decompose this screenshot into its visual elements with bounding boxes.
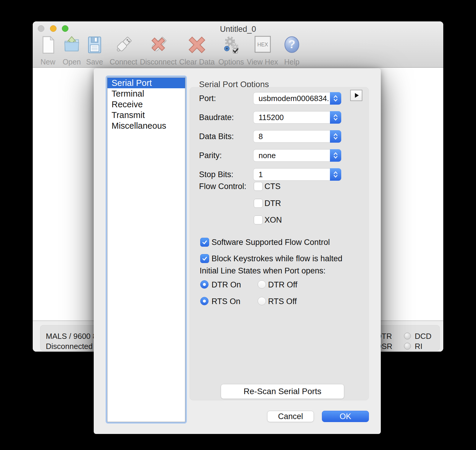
xon-checkbox-label[interactable]: XON — [264, 215, 282, 225]
options-dialog: Serial Port Terminal Receive Transmit Mi… — [94, 68, 381, 434]
toolbar-label: Connect — [109, 58, 137, 66]
rescan-serial-ports-button[interactable]: Re-Scan Serial Ports — [221, 384, 344, 399]
toolbar-button-disconnect[interactable]: Disconnect — [136, 35, 181, 66]
port-label: Port: — [199, 92, 216, 105]
stepper-arrows-icon — [330, 168, 341, 181]
status-label-dcd: DCD — [415, 332, 431, 340]
rts-on-radio-label[interactable]: RTS On — [212, 297, 240, 306]
status-label-ri: RI — [415, 342, 422, 350]
sidebar-item-receive[interactable]: Receive — [107, 99, 185, 110]
initial-line-states-label: Initial Line States when Port opens: — [200, 266, 325, 276]
status-port-settings: MALS / 9600 8- — [46, 332, 100, 340]
parity-label: Parity: — [199, 149, 222, 162]
screen-background: Untitled_0 New Open — [0, 0, 476, 450]
ok-button[interactable]: OK — [322, 411, 369, 422]
sidebar-item-serial-port[interactable]: Serial Port — [107, 78, 185, 88]
stop-bits-select[interactable]: 1 — [253, 168, 341, 181]
sidebar-item-terminal[interactable]: Terminal — [107, 88, 185, 99]
usb-disconnect-icon — [148, 35, 168, 56]
stepper-arrows-icon — [330, 92, 341, 105]
help-icon: ? — [282, 35, 302, 56]
serial-port-options-group: Port: usbmodem0006834... Baudrate: 11520… — [190, 87, 369, 400]
data-bits-value: 8 — [259, 130, 328, 142]
data-bits-label: Data Bits: — [199, 130, 234, 143]
cts-checkbox[interactable] — [254, 182, 263, 191]
dtr-off-radio[interactable] — [258, 280, 266, 289]
sidebar-item-transmit[interactable]: Transmit — [107, 110, 185, 120]
baudrate-value: 115200 — [259, 111, 328, 123]
sidebar-item-miscellaneous[interactable]: Miscellaneous — [107, 120, 185, 131]
parity-select[interactable]: none — [253, 149, 341, 162]
stepper-arrows-icon — [330, 130, 341, 143]
window-title: Untitled_0 — [33, 25, 443, 34]
usb-connect-icon — [114, 35, 133, 56]
rts-off-radio[interactable] — [258, 297, 266, 305]
cts-checkbox-label[interactable]: CTS — [264, 182, 281, 191]
software-flow-control-checkbox[interactable] — [200, 238, 209, 247]
dtr-off-radio-label[interactable]: DTR Off — [268, 280, 298, 289]
rts-off-radio-label[interactable]: RTS Off — [268, 297, 297, 306]
toolbar-button-help[interactable]: ? Help — [270, 35, 314, 66]
title-bar: Untitled_0 New Open — [33, 21, 443, 68]
baudrate-label: Baudrate: — [199, 111, 234, 124]
stepper-arrows-icon — [330, 149, 341, 162]
right-triangle-icon — [355, 93, 359, 98]
data-bits-select[interactable]: 8 — [253, 130, 341, 143]
cancel-button[interactable]: Cancel — [267, 411, 314, 422]
dtr-on-radio-label[interactable]: DTR On — [212, 280, 241, 289]
block-keystrokes-checkbox[interactable] — [200, 254, 209, 263]
dtr-on-radio[interactable] — [200, 280, 209, 289]
port-select[interactable]: usbmodem0006834... — [253, 92, 341, 105]
toolbar-label: Help — [284, 58, 299, 66]
ri-led-indicator — [404, 343, 411, 350]
flow-control-label: Flow Control: — [199, 182, 246, 191]
baudrate-select[interactable]: 115200 — [253, 111, 341, 124]
clear-data-icon — [187, 35, 207, 56]
toolbar-label: Disconnect — [140, 58, 177, 66]
port-disclosure-button[interactable] — [350, 90, 362, 101]
status-connection-state: Disconnected — [46, 342, 93, 350]
dcd-led-indicator — [404, 333, 411, 339]
options-category-list-inner: Serial Port Terminal Receive Transmit Mi… — [107, 77, 185, 422]
parity-value: none — [259, 150, 328, 161]
block-keystrokes-label[interactable]: Block Keystrokes while flow is halted — [212, 254, 342, 263]
hex-badge-text: HEX — [257, 42, 268, 48]
options-category-list: Serial Port Terminal Receive Transmit Mi… — [106, 75, 187, 424]
rts-on-radio[interactable] — [200, 297, 209, 305]
stop-bits-label: Stop Bits: — [199, 168, 234, 181]
software-flow-control-label[interactable]: Software Supported Flow Control — [212, 237, 330, 247]
stepper-arrows-icon — [330, 111, 341, 124]
xon-checkbox[interactable] — [254, 215, 263, 224]
toolbar-label: Save — [86, 58, 103, 66]
options-gears-icon — [221, 35, 241, 56]
dtr-checkbox-label[interactable]: DTR — [264, 199, 281, 208]
dtr-checkbox[interactable] — [254, 199, 263, 208]
help-glyph-text: ? — [288, 38, 295, 51]
port-value: usbmodem0006834... — [259, 92, 328, 104]
stop-bits-value: 1 — [259, 169, 328, 180]
